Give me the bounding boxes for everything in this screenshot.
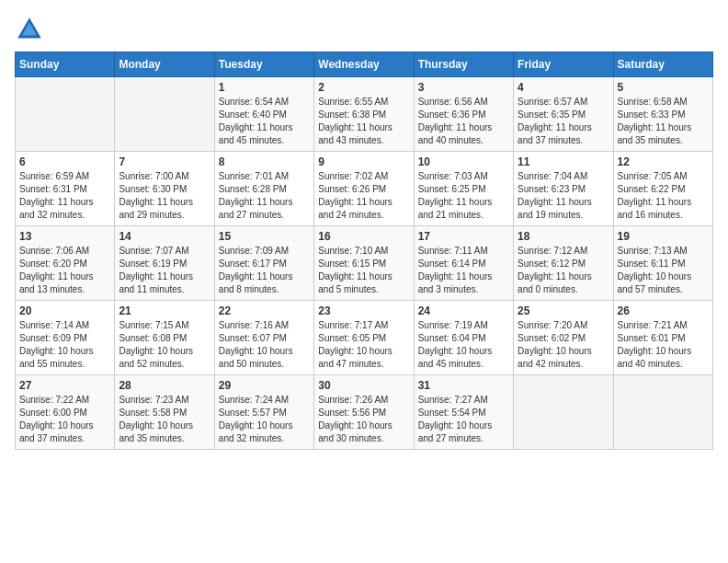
day-number: 22 xyxy=(219,304,310,317)
day-info: Sunrise: 7:13 AMSunset: 6:11 PMDaylight:… xyxy=(618,245,709,296)
day-number: 27 xyxy=(19,379,110,392)
day-number: 24 xyxy=(418,304,509,317)
day-info: Sunrise: 7:26 AMSunset: 5:56 PMDaylight:… xyxy=(318,394,409,445)
calendar-cell: 20Sunrise: 7:14 AMSunset: 6:09 PMDayligh… xyxy=(16,301,115,375)
day-info: Sunrise: 7:04 AMSunset: 6:23 PMDaylight:… xyxy=(518,170,609,222)
calendar-cell: 28Sunrise: 7:23 AMSunset: 5:58 PMDayligh… xyxy=(115,375,214,450)
calendar-cell: 18Sunrise: 7:12 AMSunset: 6:12 PMDayligh… xyxy=(514,226,613,301)
day-number: 11 xyxy=(518,155,609,168)
header-saturday: Saturday xyxy=(613,52,712,77)
calendar-cell: 5Sunrise: 6:58 AMSunset: 6:33 PMDaylight… xyxy=(613,77,712,152)
day-info: Sunrise: 7:15 AMSunset: 6:08 PMDaylight:… xyxy=(119,319,210,371)
calendar-cell: 16Sunrise: 7:10 AMSunset: 6:15 PMDayligh… xyxy=(314,226,414,301)
day-number: 12 xyxy=(618,155,709,168)
day-number: 10 xyxy=(418,155,509,168)
header-sunday: Sunday xyxy=(16,52,115,77)
calendar-cell: 2Sunrise: 6:55 AMSunset: 6:38 PMDaylight… xyxy=(314,77,414,152)
day-info: Sunrise: 7:21 AMSunset: 6:01 PMDaylight:… xyxy=(618,319,709,371)
day-number: 29 xyxy=(219,379,310,392)
header xyxy=(15,15,713,44)
day-number: 9 xyxy=(318,155,409,168)
calendar-cell: 23Sunrise: 7:17 AMSunset: 6:05 PMDayligh… xyxy=(314,301,414,375)
day-number: 23 xyxy=(318,304,409,317)
calendar-cell: 17Sunrise: 7:11 AMSunset: 6:14 PMDayligh… xyxy=(414,226,513,301)
day-info: Sunrise: 7:02 AMSunset: 6:26 PMDaylight:… xyxy=(318,170,409,222)
calendar-cell xyxy=(115,77,214,152)
day-info: Sunrise: 6:54 AMSunset: 6:40 PMDaylight:… xyxy=(219,96,310,147)
day-info: Sunrise: 7:20 AMSunset: 6:02 PMDaylight:… xyxy=(518,319,609,371)
day-number: 26 xyxy=(618,304,709,317)
day-info: Sunrise: 7:00 AMSunset: 6:30 PMDaylight:… xyxy=(119,170,210,222)
calendar-week-3: 20Sunrise: 7:14 AMSunset: 6:09 PMDayligh… xyxy=(16,301,713,375)
day-number: 13 xyxy=(19,230,110,243)
calendar-cell: 12Sunrise: 7:05 AMSunset: 6:22 PMDayligh… xyxy=(613,152,712,226)
day-info: Sunrise: 6:56 AMSunset: 6:36 PMDaylight:… xyxy=(418,96,509,147)
day-info: Sunrise: 7:16 AMSunset: 6:07 PMDaylight:… xyxy=(219,319,310,371)
calendar-week-4: 27Sunrise: 7:22 AMSunset: 6:00 PMDayligh… xyxy=(16,375,713,450)
day-number: 31 xyxy=(418,379,509,392)
day-info: Sunrise: 7:17 AMSunset: 6:05 PMDaylight:… xyxy=(318,319,409,371)
day-info: Sunrise: 7:12 AMSunset: 6:12 PMDaylight:… xyxy=(518,245,609,296)
day-number: 8 xyxy=(219,155,310,168)
header-tuesday: Tuesday xyxy=(214,52,313,77)
day-info: Sunrise: 6:57 AMSunset: 6:35 PMDaylight:… xyxy=(518,96,609,147)
calendar-cell: 7Sunrise: 7:00 AMSunset: 6:30 PMDaylight… xyxy=(115,152,214,226)
calendar-week-0: 1Sunrise: 6:54 AMSunset: 6:40 PMDaylight… xyxy=(16,77,713,152)
day-number: 15 xyxy=(219,230,310,243)
calendar-cell xyxy=(16,77,115,152)
calendar-cell: 6Sunrise: 6:59 AMSunset: 6:31 PMDaylight… xyxy=(16,152,115,226)
calendar-table: SundayMondayTuesdayWednesdayThursdayFrid… xyxy=(15,52,713,450)
day-number: 1 xyxy=(219,81,310,94)
calendar-cell: 31Sunrise: 7:27 AMSunset: 5:54 PMDayligh… xyxy=(414,375,513,450)
header-friday: Friday xyxy=(514,52,613,77)
calendar-header-row: SundayMondayTuesdayWednesdayThursdayFrid… xyxy=(16,52,713,77)
day-info: Sunrise: 7:03 AMSunset: 6:25 PMDaylight:… xyxy=(418,170,509,222)
day-number: 4 xyxy=(518,81,609,94)
day-info: Sunrise: 7:09 AMSunset: 6:17 PMDaylight:… xyxy=(219,245,310,296)
header-wednesday: Wednesday xyxy=(314,52,414,77)
calendar-cell: 11Sunrise: 7:04 AMSunset: 6:23 PMDayligh… xyxy=(514,152,613,226)
day-info: Sunrise: 7:06 AMSunset: 6:20 PMDaylight:… xyxy=(19,245,110,296)
calendar-cell: 10Sunrise: 7:03 AMSunset: 6:25 PMDayligh… xyxy=(414,152,513,226)
header-thursday: Thursday xyxy=(414,52,513,77)
calendar-cell: 3Sunrise: 6:56 AMSunset: 6:36 PMDaylight… xyxy=(414,77,513,152)
calendar-cell: 8Sunrise: 7:01 AMSunset: 6:28 PMDaylight… xyxy=(214,152,313,226)
day-info: Sunrise: 7:14 AMSunset: 6:09 PMDaylight:… xyxy=(19,319,110,371)
day-number: 17 xyxy=(418,230,509,243)
calendar-week-1: 6Sunrise: 6:59 AMSunset: 6:31 PMDaylight… xyxy=(16,152,713,226)
day-number: 3 xyxy=(418,81,509,94)
day-info: Sunrise: 7:07 AMSunset: 6:19 PMDaylight:… xyxy=(119,245,210,296)
day-info: Sunrise: 7:01 AMSunset: 6:28 PMDaylight:… xyxy=(219,170,310,222)
day-info: Sunrise: 7:11 AMSunset: 6:14 PMDaylight:… xyxy=(418,245,509,296)
day-info: Sunrise: 6:58 AMSunset: 6:33 PMDaylight:… xyxy=(618,96,709,147)
calendar-cell: 19Sunrise: 7:13 AMSunset: 6:11 PMDayligh… xyxy=(613,226,712,301)
day-number: 20 xyxy=(19,304,110,317)
day-info: Sunrise: 7:10 AMSunset: 6:15 PMDaylight:… xyxy=(318,245,409,296)
day-info: Sunrise: 6:59 AMSunset: 6:31 PMDaylight:… xyxy=(19,170,110,222)
calendar-cell: 13Sunrise: 7:06 AMSunset: 6:20 PMDayligh… xyxy=(16,226,115,301)
day-number: 28 xyxy=(119,379,210,392)
day-number: 19 xyxy=(618,230,709,243)
day-info: Sunrise: 6:55 AMSunset: 6:38 PMDaylight:… xyxy=(318,96,409,147)
calendar-week-2: 13Sunrise: 7:06 AMSunset: 6:20 PMDayligh… xyxy=(16,226,713,301)
calendar-cell: 15Sunrise: 7:09 AMSunset: 6:17 PMDayligh… xyxy=(214,226,313,301)
calendar-cell: 30Sunrise: 7:26 AMSunset: 5:56 PMDayligh… xyxy=(314,375,414,450)
header-monday: Monday xyxy=(115,52,214,77)
calendar-cell: 4Sunrise: 6:57 AMSunset: 6:35 PMDaylight… xyxy=(514,77,613,152)
calendar-cell xyxy=(514,375,613,450)
day-info: Sunrise: 7:24 AMSunset: 5:57 PMDaylight:… xyxy=(219,394,310,445)
calendar-cell: 1Sunrise: 6:54 AMSunset: 6:40 PMDaylight… xyxy=(214,77,313,152)
day-number: 25 xyxy=(518,304,609,317)
calendar-cell: 14Sunrise: 7:07 AMSunset: 6:19 PMDayligh… xyxy=(115,226,214,301)
logo xyxy=(15,15,48,44)
day-number: 18 xyxy=(518,230,609,243)
day-info: Sunrise: 7:05 AMSunset: 6:22 PMDaylight:… xyxy=(618,170,709,222)
calendar-cell xyxy=(613,375,712,450)
day-info: Sunrise: 7:22 AMSunset: 6:00 PMDaylight:… xyxy=(19,394,110,445)
day-number: 7 xyxy=(119,155,210,168)
calendar-cell: 29Sunrise: 7:24 AMSunset: 5:57 PMDayligh… xyxy=(214,375,313,450)
calendar-cell: 25Sunrise: 7:20 AMSunset: 6:02 PMDayligh… xyxy=(514,301,613,375)
day-number: 5 xyxy=(618,81,709,94)
calendar-cell: 24Sunrise: 7:19 AMSunset: 6:04 PMDayligh… xyxy=(414,301,513,375)
calendar-cell: 21Sunrise: 7:15 AMSunset: 6:08 PMDayligh… xyxy=(115,301,214,375)
